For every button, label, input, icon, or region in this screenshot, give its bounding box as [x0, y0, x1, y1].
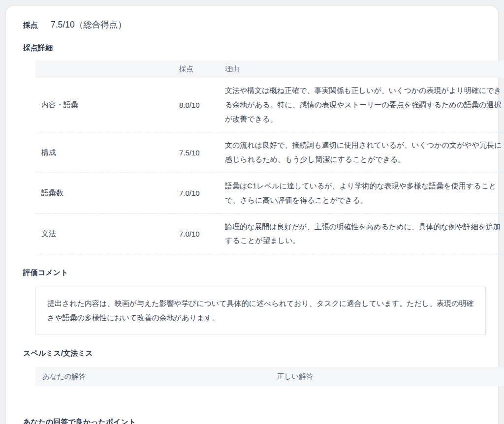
reason-cell: 文法や構文は概ね正確で、事実関係も正しいが、いくつかの表現がより明確にできる余地…	[219, 78, 504, 132]
criteria-cell: 語彙数	[35, 173, 173, 213]
good-points-section-heading: あなたの回答で良かったポイント	[23, 418, 487, 424]
score-cell: 7.0/10	[173, 173, 219, 213]
table-header-row: あなたの解答 正しい解答	[35, 367, 504, 386]
score-detail-table: 採点 理由 内容・語彙 8.0/10 文法や構文は概ね正確で、事実関係も正しいが…	[35, 61, 504, 254]
overall-score-line: 採点 7.5/10（総合得点）	[23, 19, 487, 30]
reason-cell: 文の流れは良好で、接続詞も適切に使用されているが、いくつかの文がやや冗長に感じら…	[219, 132, 504, 173]
correct-answer-column-header: 正しい解答	[270, 367, 504, 386]
score-detail-table-head: 採点 理由	[35, 61, 504, 78]
mistakes-section-heading: スペルミス/文法ミス	[23, 349, 487, 358]
table-row: 構成 7.5/10 文の流れは良好で、接続詞も適切に使用されているが、いくつかの…	[35, 132, 504, 173]
comment-section-heading: 評価コメント	[23, 268, 487, 277]
reason-column-header: 理由	[219, 61, 504, 78]
score-cell: 8.0/10	[173, 78, 219, 132]
score-cell: 7.0/10	[173, 213, 219, 254]
table-header-row: 採点 理由	[35, 61, 504, 78]
score-detail-table-body: 内容・語彙 8.0/10 文法や構文は概ね正確で、事実関係も正しいが、いくつかの…	[35, 78, 504, 254]
score-column-header: 採点	[173, 61, 219, 78]
score-report-card: 採点 7.5/10（総合得点） 採点詳細 採点 理由 内容・語彙 8.0/10 …	[6, 6, 498, 424]
reason-cell: 論理的な展開は良好だが、主張の明確性を高めるために、具体的な例や詳細を追加するこ…	[219, 213, 504, 254]
table-row: 内容・語彙 8.0/10 文法や構文は概ね正確で、事実関係も正しいが、いくつかの…	[35, 78, 504, 132]
reason-cell: 語彙はC1レベルに達しているが、より学術的な表現や多様な語彙を使用することで、さ…	[219, 173, 504, 213]
criteria-cell: 内容・語彙	[35, 78, 173, 132]
table-row: 文法 7.0/10 論理的な展開は良好だが、主張の明確性を高めるために、具体的な…	[35, 213, 504, 254]
mistakes-table-empty-area	[35, 386, 486, 408]
criteria-cell: 構成	[35, 132, 173, 173]
evaluation-comment-box: 提出された内容は、映画が与えた影響や学びについて具体的に述べられており、タスクに…	[35, 287, 486, 335]
overall-score-label: 採点	[23, 21, 38, 30]
mistakes-table: あなたの解答 正しい解答	[35, 367, 504, 386]
criteria-cell: 文法	[35, 213, 173, 254]
mistakes-table-head: あなたの解答 正しい解答	[35, 367, 504, 386]
detail-section-heading: 採点詳細	[23, 43, 487, 53]
your-answer-column-header: あなたの解答	[35, 367, 270, 386]
overall-score-value: 7.5/10（総合得点）	[51, 19, 126, 30]
evaluation-comment-text: 提出された内容は、映画が与えた影響や学びについて具体的に述べられており、タスクに…	[47, 299, 474, 322]
table-row: 語彙数 7.0/10 語彙はC1レベルに達しているが、より学術的な表現や多様な語…	[35, 173, 504, 213]
score-cell: 7.5/10	[173, 132, 219, 173]
criteria-column-header	[35, 61, 173, 78]
